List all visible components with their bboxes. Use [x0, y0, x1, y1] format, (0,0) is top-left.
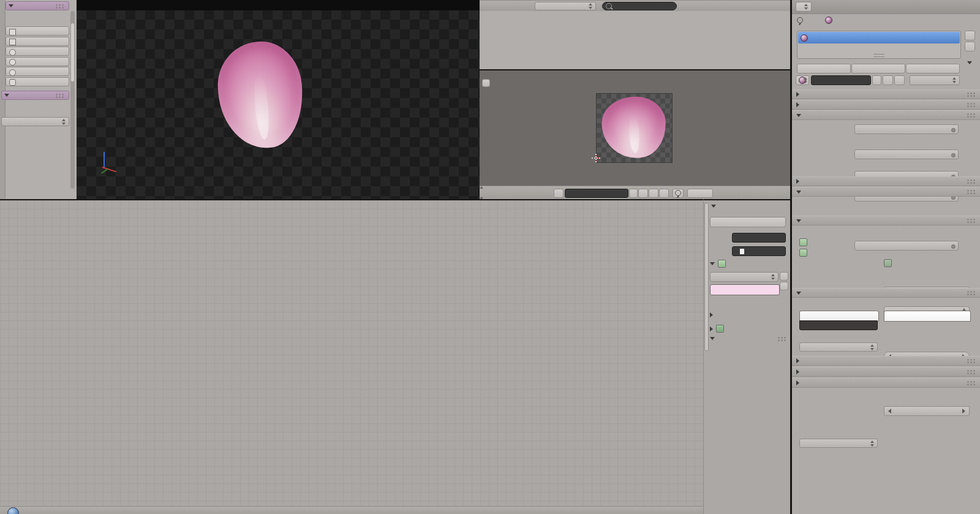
- unlink-image-button[interactable]: [659, 189, 669, 198]
- panel-add-meshes[interactable]: [6, 1, 69, 10]
- add-uv-sphere-button[interactable]: [6, 57, 69, 66]
- open-image-button[interactable]: [649, 189, 658, 198]
- add-preset-button[interactable]: [780, 272, 788, 281]
- reset-nodes-button[interactable]: [710, 217, 786, 227]
- panel-properties[interactable]: [710, 312, 716, 317]
- panel-viewport[interactable]: [792, 288, 980, 298]
- viewport-specular-swatch[interactable]: [884, 311, 971, 322]
- region-expand-button[interactable]: [482, 79, 490, 87]
- editor-type-button[interactable]: [796, 2, 812, 12]
- pin-button[interactable]: [673, 189, 684, 198]
- remove-preset-button[interactable]: [780, 282, 788, 290]
- node-color-toggle[interactable]: [710, 260, 729, 268]
- node-name-field[interactable]: [732, 233, 786, 243]
- uv-image-editor[interactable]: [480, 70, 790, 199]
- panel-mmd-material[interactable]: [792, 367, 980, 377]
- panel-drag-handle-icon[interactable]: [55, 4, 64, 9]
- checkbox-checked-icon[interactable]: [799, 238, 807, 246]
- uv-image-canvas[interactable]: [596, 93, 673, 163]
- select-button[interactable]: [851, 64, 905, 74]
- panel-settings[interactable]: [792, 216, 980, 225]
- panel-drag-handle-icon[interactable]: [967, 113, 976, 118]
- outliner-row-light[interactable]: [496, 41, 529, 51]
- fac-input-selector[interactable]: [854, 149, 959, 159]
- outliner-row-renderlayers[interactable]: [496, 11, 529, 21]
- panel-verge3d[interactable]: [792, 356, 980, 366]
- panel-drag-handle-icon[interactable]: [967, 179, 976, 184]
- panel-displacement[interactable]: [792, 187, 980, 197]
- add-cylinder-button[interactable]: [6, 77, 69, 86]
- slot-specials-menu[interactable]: [967, 55, 975, 67]
- panel-drag-handle-icon[interactable]: [967, 380, 976, 386]
- viewport-alpha-mode-dropdown[interactable]: [799, 439, 878, 448]
- outliner-row-petal-a[interactable]: [496, 51, 529, 61]
- stepper-arrows-icon[interactable]: [952, 77, 957, 83]
- viewport-hardness-stepper[interactable]: [884, 406, 970, 416]
- panel-grease-pencil-layers[interactable]: [710, 325, 727, 333]
- outliner-row-scene[interactable]: [484, 1, 502, 11]
- panel-surface[interactable]: [792, 110, 980, 120]
- fake-user-button[interactable]: [629, 189, 638, 198]
- viewport-alpha-slider[interactable]: [799, 320, 878, 330]
- stepper-arrows-icon[interactable]: [870, 344, 875, 350]
- new-image-button[interactable]: [638, 189, 648, 198]
- pin-icon[interactable]: [797, 17, 803, 23]
- add-ico-sphere-button[interactable]: [6, 67, 69, 76]
- displacement-selector[interactable]: [854, 241, 959, 251]
- n-panel-scrollbar[interactable]: [704, 203, 709, 351]
- stepper-arrows-icon[interactable]: [804, 77, 808, 83]
- node-editor[interactable]: [0, 199, 703, 514]
- add-plane-button[interactable]: [6, 26, 69, 36]
- new-material-button[interactable]: [883, 75, 893, 85]
- add-circle-button[interactable]: [6, 47, 69, 56]
- panel-drag-handle-icon[interactable]: [55, 93, 64, 99]
- remove-slot-button[interactable]: [965, 42, 975, 51]
- checkbox-checked-icon[interactable]: [799, 249, 807, 257]
- panel-drag-handle-icon[interactable]: [967, 102, 976, 108]
- image-name-field[interactable]: [565, 189, 628, 198]
- color-checkbox[interactable]: [718, 260, 726, 268]
- list-resize-handle[interactable]: [873, 54, 884, 57]
- panel-preview[interactable]: [792, 100, 980, 110]
- stepper-arrows-icon[interactable]: [804, 4, 809, 10]
- panel-drag-handle-icon[interactable]: [967, 290, 976, 296]
- stepper-arrows-icon[interactable]: [870, 440, 875, 447]
- stepper-arrows-icon[interactable]: [62, 119, 66, 125]
- outliner-row-camera[interactable]: [496, 31, 529, 40]
- material-slot-active[interactable]: [798, 32, 960, 43]
- display-channels-dropdown[interactable]: [687, 189, 713, 198]
- panel-drag-handle-icon[interactable]: [967, 358, 976, 364]
- panel-drag-handle-icon[interactable]: [967, 369, 976, 375]
- transparent-shadows-toggle[interactable]: [799, 249, 810, 257]
- panel-node[interactable]: [711, 205, 719, 208]
- stepper-arrows-icon[interactable]: [771, 274, 775, 280]
- fake-user-button[interactable]: [872, 75, 881, 85]
- display-mode-dropdown[interactable]: [535, 2, 596, 10]
- link-data-dropdown[interactable]: [910, 75, 960, 85]
- outliner-row-world[interactable]: [496, 21, 513, 31]
- action-dropdown[interactable]: [1, 117, 69, 126]
- node-label-field[interactable]: [732, 246, 786, 256]
- deselect-button[interactable]: [906, 64, 960, 74]
- panel-grease-pencil-colors[interactable]: [710, 337, 786, 340]
- material-name-field[interactable]: [811, 75, 871, 85]
- increment-icon[interactable]: [962, 409, 965, 414]
- add-slot-button[interactable]: [965, 31, 975, 40]
- decrement-icon[interactable]: [888, 409, 891, 414]
- node-graph[interactable]: [0, 200, 703, 514]
- panel-drag-handle-icon[interactable]: [777, 336, 786, 342]
- panel-deselect-all[interactable]: [1, 91, 69, 100]
- checkbox-empty[interactable]: [884, 259, 892, 267]
- viewport-3d[interactable]: [77, 0, 481, 199]
- panel-drag-handle-icon[interactable]: [967, 218, 976, 224]
- image-browse-button[interactable]: [554, 189, 564, 198]
- surface-shader-selector[interactable]: [854, 124, 959, 134]
- color-presets-dropdown[interactable]: [710, 272, 778, 282]
- uv-2d-cursor[interactable]: [592, 154, 600, 162]
- displacement-method-dropdown[interactable]: [799, 342, 878, 352]
- panel-drag-handle-icon[interactable]: [967, 92, 976, 97]
- stepper-arrows-icon[interactable]: [589, 3, 593, 9]
- frame-color-swatch[interactable]: [710, 284, 780, 295]
- unlink-material-button[interactable]: [894, 75, 905, 85]
- panel-custom-properties[interactable]: [792, 89, 980, 99]
